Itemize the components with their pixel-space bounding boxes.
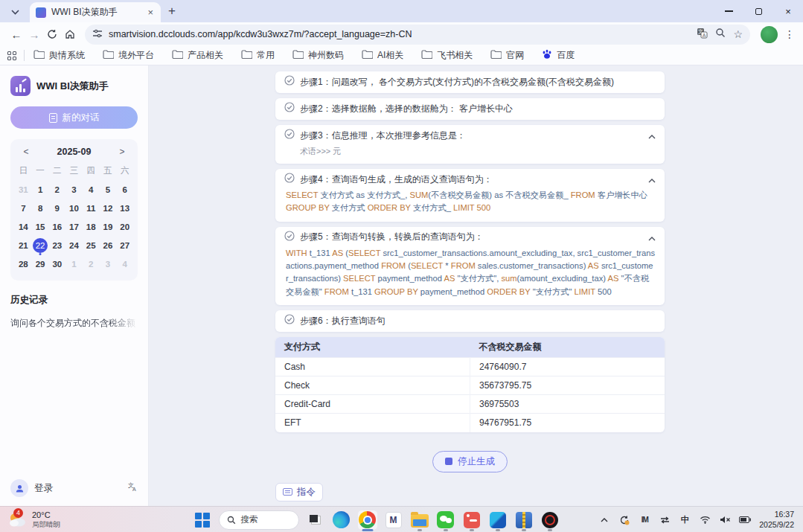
collapse-chevron-icon[interactable]: [648, 231, 656, 244]
calendar-day[interactable]: 5: [100, 180, 117, 199]
address-bar[interactable]: smartvision.dcclouds.com/app/kcdw3u3wxz7…: [85, 25, 750, 45]
calendar-day[interactable]: 1: [65, 254, 83, 273]
calendar-day[interactable]: 4: [116, 254, 133, 273]
edge-icon[interactable]: [331, 510, 351, 530]
music-app-icon[interactable]: [461, 510, 481, 530]
bookmark-item[interactable]: 官网: [490, 49, 524, 62]
clock[interactable]: 16:37 2025/9/22: [759, 510, 794, 530]
bookmark-star-icon[interactable]: ☆: [733, 28, 743, 40]
calendar-day[interactable]: 20: [116, 217, 133, 236]
calendar-day[interactable]: 25: [83, 236, 100, 254]
tab-search-icon[interactable]: [6, 4, 24, 20]
taskbar-search[interactable]: 搜索: [218, 510, 298, 530]
home-icon[interactable]: [61, 29, 79, 39]
step-header[interactable]: 步骤6：执行查询语句: [284, 314, 656, 327]
wifi-icon[interactable]: [699, 516, 711, 524]
reload-icon[interactable]: [43, 29, 61, 39]
calendar-day[interactable]: 17: [65, 217, 83, 236]
language-switch-icon[interactable]: 文A: [127, 481, 138, 495]
zoom-icon[interactable]: [715, 28, 726, 41]
tray-expand-icon[interactable]: [598, 518, 610, 522]
calendar-day[interactable]: 2: [83, 254, 100, 273]
bookmark-item[interactable]: 常用: [241, 49, 275, 62]
bookmark-item[interactable]: 飞书相关: [421, 49, 473, 62]
calendar-day[interactable]: 12: [100, 199, 117, 217]
calendar-day[interactable]: 6: [116, 180, 133, 199]
minimize-button[interactable]: [714, 0, 743, 22]
start-button[interactable]: [192, 510, 211, 530]
weather-widget[interactable]: 4 20°C 局部晴朗: [0, 510, 179, 529]
ime-indicator[interactable]: 中: [679, 514, 691, 525]
calendar-day[interactable]: 13: [116, 199, 133, 217]
translate-icon[interactable]: 文A: [697, 28, 708, 42]
step-header[interactable]: 步骤3：信息推理，本次推理参考信息是：: [284, 129, 656, 142]
browser-tab[interactable]: WWI BI决策助手 ×: [30, 2, 161, 22]
command-chip[interactable]: 指令: [275, 483, 323, 501]
calendar-day[interactable]: 10: [65, 199, 83, 217]
network-activity-icon[interactable]: [659, 516, 671, 524]
calendar-day[interactable]: 9: [48, 199, 65, 217]
volume-muted-icon[interactable]: [719, 516, 731, 524]
profile-avatar[interactable]: [761, 26, 778, 43]
url-text[interactable]: smartvision.dcclouds.com/app/kcdw3u3wxz7…: [109, 29, 689, 39]
history-item[interactable]: 询问各个交易方式的不含税金额: [10, 317, 138, 330]
calendar-day[interactable]: 15: [32, 217, 49, 236]
calendar-day[interactable]: 3: [65, 180, 83, 199]
step-header[interactable]: 步骤5：查询语句转换，转换后的查询语句为：: [284, 231, 656, 244]
calendar-day[interactable]: 16: [48, 217, 65, 236]
docs-app-icon[interactable]: [487, 510, 507, 530]
bookmark-item[interactable]: 百度: [542, 49, 575, 62]
calendar-day[interactable]: 30: [48, 254, 65, 273]
close-button[interactable]: ×: [773, 0, 803, 22]
step-header[interactable]: 步骤4：查询语句生成，生成的语义查询语句为：: [284, 173, 656, 186]
user-avatar[interactable]: [10, 479, 28, 497]
archive-app-icon[interactable]: [514, 510, 533, 530]
calendar-day[interactable]: 3: [100, 254, 117, 273]
forward-icon[interactable]: →: [25, 28, 43, 41]
wechat-icon[interactable]: [435, 510, 455, 530]
calendar-day[interactable]: 2: [48, 180, 65, 199]
calendar-day[interactable]: 1: [32, 180, 49, 199]
markdown-app-icon[interactable]: M: [383, 510, 403, 530]
calendar-day[interactable]: 24: [65, 236, 83, 254]
new-tab-button[interactable]: +: [168, 4, 176, 19]
apps-grid-icon[interactable]: [7, 51, 16, 60]
chrome-icon[interactable]: [357, 510, 377, 530]
file-explorer-icon[interactable]: [409, 510, 429, 530]
calendar-day[interactable]: 18: [83, 217, 100, 236]
calendar-day[interactable]: 7: [15, 199, 32, 217]
collapse-chevron-icon[interactable]: [648, 129, 656, 142]
tab-close-icon[interactable]: ×: [146, 7, 155, 18]
calendar-day[interactable]: 27: [116, 236, 133, 254]
task-view-button[interactable]: [305, 510, 324, 530]
menu-kebab-icon[interactable]: ⋮: [784, 28, 796, 40]
collapse-chevron-icon[interactable]: [648, 173, 656, 186]
recorder-app-icon[interactable]: [540, 510, 559, 530]
calendar-day[interactable]: 28: [15, 254, 32, 273]
calendar-day[interactable]: 31: [15, 180, 32, 199]
bookmark-item[interactable]: 神州数码: [292, 49, 344, 62]
step-header[interactable]: 步骤1：问题改写， 各个交易方式(支付方式)的不含税交易金额(不含税交易金额): [284, 75, 656, 89]
bookmark-item[interactable]: 舆情系统: [33, 49, 85, 62]
login-button[interactable]: 登录: [34, 482, 127, 495]
calendar-day[interactable]: 23: [48, 236, 65, 254]
site-info-icon[interactable]: [92, 28, 103, 41]
calendar-day[interactable]: 19: [100, 217, 117, 236]
battery-icon[interactable]: [739, 516, 751, 523]
back-icon[interactable]: ←: [7, 28, 25, 41]
calendar-next-icon[interactable]: >: [117, 147, 127, 157]
new-chat-button[interactable]: 新的对话: [10, 106, 138, 129]
calendar-prev-icon[interactable]: <: [21, 147, 31, 157]
calendar-day[interactable]: 14: [15, 217, 32, 236]
calendar-day[interactable]: 26: [100, 236, 117, 254]
maximize-button[interactable]: [743, 0, 773, 22]
step-header[interactable]: 步骤2：选择数据舱，选择的数据舱为： 客户增长中心: [284, 102, 656, 115]
tray-m-icon[interactable]: IM: [639, 516, 650, 524]
sync-status-icon[interactable]: [618, 515, 630, 525]
bookmark-item[interactable]: AI相关: [362, 49, 403, 62]
stop-generation-button[interactable]: 停止生成: [432, 451, 508, 472]
calendar-day[interactable]: 11: [83, 199, 100, 217]
calendar-day-selected[interactable]: 22: [32, 236, 49, 254]
bookmark-item[interactable]: 境外平台: [103, 49, 154, 62]
calendar-day[interactable]: 8: [32, 199, 49, 217]
